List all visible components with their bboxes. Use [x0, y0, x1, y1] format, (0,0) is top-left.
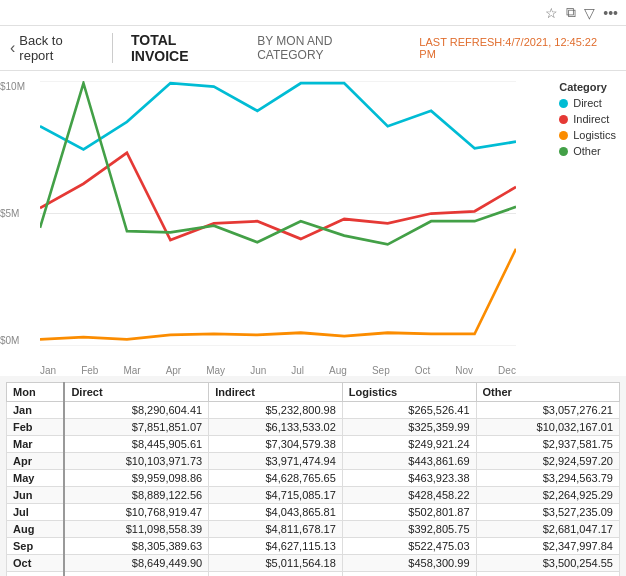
col-other: Other	[476, 383, 620, 402]
value-cell: $10,032,167.01	[476, 419, 620, 436]
x-apr: Apr	[166, 365, 182, 376]
page-subtitle: BY MON AND CATEGORY	[247, 34, 411, 62]
col-logistics: Logistics	[342, 383, 476, 402]
value-cell: $8,305,389.63	[64, 538, 208, 555]
value-cell: $8,445,905.61	[64, 436, 208, 453]
legend-direct: Direct	[559, 97, 616, 109]
legend-logistics: Logistics	[559, 129, 616, 141]
month-cell: Jun	[7, 487, 65, 504]
value-cell: $4,043,865.81	[209, 504, 343, 521]
value-cell: $4,811,678.17	[209, 521, 343, 538]
value-cell: $3,500,254.55	[476, 555, 620, 572]
table-row: Jun$8,889,122.56$4,715,085.17$428,458.22…	[7, 487, 620, 504]
value-cell: $10,768,919.47	[64, 504, 208, 521]
col-direct: Direct	[64, 383, 208, 402]
x-axis: Jan Feb Mar Apr May Jun Jul Aug Sep Oct …	[40, 365, 516, 376]
value-cell: $522,475.03	[342, 538, 476, 555]
value-cell: $502,801.87	[342, 504, 476, 521]
value-cell: $392,805.75	[342, 521, 476, 538]
value-cell: $3,057,276.21	[476, 402, 620, 419]
chart-svg	[40, 81, 516, 346]
value-cell: $3,527,235.09	[476, 504, 620, 521]
legend-indirect-label: Indirect	[573, 113, 609, 125]
month-cell: Jan	[7, 402, 65, 419]
title-section: TOTAL INVOICE BY MON AND CATEGORY	[121, 32, 411, 64]
legend-logistics-label: Logistics	[573, 129, 616, 141]
x-aug: Aug	[329, 365, 347, 376]
value-cell: $428,458.22	[342, 487, 476, 504]
value-cell: $4,628,765.65	[209, 470, 343, 487]
month-cell: Feb	[7, 419, 65, 436]
value-cell: $3,525,690.26	[476, 572, 620, 577]
x-oct: Oct	[415, 365, 431, 376]
value-cell: $8,290,604.41	[64, 402, 208, 419]
logistics-dot	[559, 131, 568, 140]
legend-title: Category	[559, 81, 616, 93]
back-button[interactable]: ‹ Back to report	[10, 33, 113, 63]
direct-dot	[559, 99, 568, 108]
value-cell: $2,681,047.17	[476, 521, 620, 538]
page-title: TOTAL INVOICE	[121, 32, 247, 64]
data-table: Mon Direct Indirect Logistics Other Jan$…	[6, 382, 620, 576]
x-feb: Feb	[81, 365, 98, 376]
chart-area: $10M $5M $0M	[0, 71, 626, 376]
month-cell: Aug	[7, 521, 65, 538]
more-icon[interactable]: •••	[603, 5, 618, 21]
back-label: Back to report	[19, 33, 100, 63]
table-row: Sep$8,305,389.63$4,627,115.13$522,475.03…	[7, 538, 620, 555]
other-dot	[559, 147, 568, 156]
value-cell: $5,093,892.03	[209, 572, 343, 577]
chart-svg-wrapper	[40, 81, 516, 346]
copy-icon[interactable]: ⧉	[566, 4, 576, 21]
value-cell: $5,011,564.18	[209, 555, 343, 572]
filter-icon[interactable]: ▽	[584, 5, 595, 21]
table-body: Jan$8,290,604.41$5,232,800.98$265,526.41…	[7, 402, 620, 577]
value-cell: $2,347,997.84	[476, 538, 620, 555]
x-may: May	[206, 365, 225, 376]
value-cell: $7,304,579.38	[209, 436, 343, 453]
value-cell: $11,098,558.39	[64, 521, 208, 538]
table-row: May$9,959,098.86$4,628,765.65$463,923.38…	[7, 470, 620, 487]
value-cell: $7,871,811.95	[64, 572, 208, 577]
value-cell: $4,715,085.17	[209, 487, 343, 504]
table-row: Nov$7,871,811.95$5,093,892.03$470,234.03…	[7, 572, 620, 577]
table-header-row: Mon Direct Indirect Logistics Other	[7, 383, 620, 402]
x-jul: Jul	[291, 365, 304, 376]
last-refresh: LAST REFRESH:4/7/2021, 12:45:22 PM	[419, 36, 616, 60]
legend-indirect: Indirect	[559, 113, 616, 125]
value-cell: $325,359.99	[342, 419, 476, 436]
y-label-mid: $5M	[0, 208, 35, 219]
value-cell: $10,103,971.73	[64, 453, 208, 470]
value-cell: $2,924,597.20	[476, 453, 620, 470]
value-cell: $5,232,800.98	[209, 402, 343, 419]
value-cell: $249,921.24	[342, 436, 476, 453]
back-arrow-icon: ‹	[10, 39, 15, 57]
value-cell: $7,851,851.07	[64, 419, 208, 436]
value-cell: $3,971,474.94	[209, 453, 343, 470]
pin-icon[interactable]: ☆	[545, 5, 558, 21]
main-container: ☆ ⧉ ▽ ••• ‹ Back to report TOTAL INVOICE…	[0, 0, 626, 576]
x-jun: Jun	[250, 365, 266, 376]
month-cell: Jul	[7, 504, 65, 521]
month-cell: Nov	[7, 572, 65, 577]
month-cell: Apr	[7, 453, 65, 470]
legend-other: Other	[559, 145, 616, 157]
table-row: Mar$8,445,905.61$7,304,579.38$249,921.24…	[7, 436, 620, 453]
indirect-dot	[559, 115, 568, 124]
toolbar: ☆ ⧉ ▽ •••	[0, 0, 626, 26]
value-cell: $9,959,098.86	[64, 470, 208, 487]
month-cell: Oct	[7, 555, 65, 572]
value-cell: $8,889,122.56	[64, 487, 208, 504]
x-nov: Nov	[455, 365, 473, 376]
y-label-top: $10M	[0, 81, 35, 92]
indirect-line	[40, 153, 516, 240]
x-mar: Mar	[123, 365, 140, 376]
legend-direct-label: Direct	[573, 97, 602, 109]
y-axis: $10M $5M $0M	[0, 81, 35, 346]
value-cell: $2,264,925.29	[476, 487, 620, 504]
header: ‹ Back to report TOTAL INVOICE BY MON AN…	[0, 26, 626, 71]
logistics-line	[40, 249, 516, 340]
col-indirect: Indirect	[209, 383, 343, 402]
col-mon: Mon	[7, 383, 65, 402]
table-row: Jul$10,768,919.47$4,043,865.81$502,801.8…	[7, 504, 620, 521]
